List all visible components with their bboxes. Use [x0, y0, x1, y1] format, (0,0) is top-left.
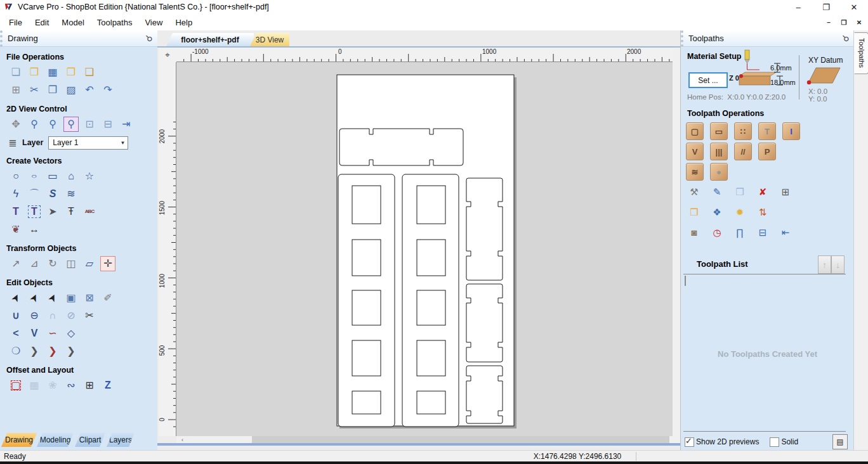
dome-carve-icon[interactable]: ● [710, 163, 728, 181]
fit-polyline-icon[interactable]: V [27, 326, 42, 341]
vcarve-toolpath-icon[interactable]: V [686, 143, 704, 160]
rail-piece-vector[interactable] [339, 129, 463, 165]
export-vectors-icon[interactable]: ❑ [82, 65, 97, 80]
text-spacing-icon[interactable]: Ŧ [63, 204, 79, 219]
select-cursor-icon[interactable]: ➤ [6, 288, 26, 308]
text-on-arc-icon[interactable]: ABC [82, 204, 97, 219]
close-button[interactable]: ✕ [840, 0, 868, 14]
profile-toolpath-icon[interactable]: ▢ [686, 122, 704, 140]
draw-freehand-icon[interactable]: ≋ [63, 186, 79, 202]
doc-tab-drawing[interactable]: floor+shelf+-pdf [166, 33, 254, 46]
horizontal-scrollbar[interactable]: ‹ [176, 436, 673, 443]
menu-item-help[interactable]: Help [169, 15, 199, 30]
redo-icon[interactable]: ↷ [100, 82, 115, 98]
align-objects-icon[interactable]: ✛ [100, 256, 115, 271]
prism-carve-icon[interactable]: P [758, 143, 776, 160]
horizontal-scrollbar-thumb[interactable] [252, 436, 669, 443]
copy-icon[interactable]: ❐ [45, 82, 60, 98]
tab-modeling[interactable]: Modeling [37, 433, 74, 447]
panel-cutout-vector[interactable] [352, 186, 381, 224]
vertical-ruler[interactable]: 2000150010005000 [159, 62, 176, 436]
new-file-icon[interactable]: ❏ [8, 65, 23, 80]
toolpaths-side-tab[interactable]: Toolpaths [854, 32, 868, 74]
tab-clipart[interactable]: Clipart [75, 433, 105, 447]
edit-gcode-icon[interactable]: ✎ [709, 183, 725, 200]
show-2d-previews-checkbox[interactable] [685, 437, 694, 447]
fit-arc-icon[interactable]: < [8, 326, 23, 341]
draw-circle-icon[interactable]: ○ [8, 169, 23, 184]
doc-tab-3d-view[interactable]: 3D View [250, 33, 289, 46]
subtract-vectors-icon[interactable]: ⊖ [27, 308, 42, 323]
vector-cut-icon[interactable]: ✂ [82, 308, 97, 323]
toolpath-folder-icon[interactable]: ❒ [686, 203, 702, 220]
toolpath-move-down-button[interactable]: ↓ [831, 255, 845, 274]
node-edit-cursor-icon[interactable]: ➤ [24, 288, 44, 308]
merge-toolpaths-icon[interactable]: ⇅ [754, 203, 771, 220]
panel-cutout-vector[interactable] [417, 391, 445, 414]
menu-item-edit[interactable]: Edit [29, 15, 55, 30]
panel-cutout-vector[interactable] [352, 290, 381, 325]
toolpath-drawing-icon[interactable]: ∏ [732, 224, 748, 240]
mirror-icon[interactable]: ◫ [63, 256, 79, 271]
menu-item-model[interactable]: Model [55, 15, 90, 30]
save-file-icon[interactable]: ▦ [45, 65, 60, 80]
intersect-vectors-icon[interactable]: ∩ [45, 308, 60, 323]
text-select-icon[interactable]: ➤ [45, 204, 60, 219]
offset-vectors-icon[interactable]: ▢ [8, 378, 23, 393]
toolpaths-pin-icon[interactable]: ⚲ [841, 33, 852, 44]
trace-bitmap-icon[interactable]: ❦ [8, 222, 23, 237]
scroll-left-arrow-icon[interactable]: ‹ [178, 436, 187, 443]
zoom-interactive-icon[interactable]: ⚲ [27, 117, 42, 132]
nesting-icon[interactable]: Z [100, 378, 115, 393]
estimate-time-icon[interactable]: ◷ [709, 224, 725, 240]
join-vectors-move-icon[interactable]: ❯ [45, 344, 60, 359]
draw-polygon-icon[interactable]: ⌂ [63, 169, 79, 184]
zoom-scale-icon[interactable]: ⊟ [100, 117, 115, 132]
menu-item-toolpaths[interactable]: Toolpaths [91, 15, 139, 30]
draw-textbox-icon[interactable]: T [27, 204, 42, 219]
delete-gcode-icon[interactable]: ✘ [754, 183, 771, 200]
drawing-canvas[interactable] [176, 62, 673, 436]
load-toolpath-template-icon[interactable]: ✹ [732, 203, 748, 220]
join-vectors-line-icon[interactable]: ❯ [27, 344, 42, 359]
panel-cutout-vector[interactable] [417, 240, 445, 276]
quick-engrave-icon[interactable]: T [758, 122, 776, 140]
draw-polyline-icon[interactable]: ϟ [8, 186, 23, 202]
measure-icon[interactable]: ✐ [100, 290, 115, 306]
solid-checkbox[interactable] [770, 437, 779, 447]
ungroup-objects-icon[interactable]: ⊠ [82, 290, 97, 306]
zoom-extents-icon[interactable]: ⚲ [63, 117, 79, 132]
draw-curve-icon[interactable]: S [45, 186, 60, 202]
restore-button[interactable]: ❐ [812, 0, 840, 14]
pin-icon[interactable]: ⚲ [144, 33, 155, 44]
divider-piece-vector-1[interactable] [466, 178, 503, 280]
dimension-icon[interactable]: ↔ [27, 222, 42, 237]
preview-mode-button[interactable]: ▤ [832, 434, 848, 449]
fluting-toolpath-icon[interactable]: ||| [710, 143, 728, 160]
paste-icon[interactable]: ▨ [63, 82, 79, 98]
set-size-icon[interactable]: ⊿ [27, 256, 42, 271]
array-copy-icon[interactable]: ▦ [27, 378, 42, 393]
horizontal-ruler[interactable]: -1000010002000 [176, 48, 673, 62]
import-vectors-icon[interactable]: ❐ [63, 65, 79, 80]
zoom-box-icon[interactable]: ⚲ [45, 117, 60, 132]
preview-toolpaths-icon[interactable]: ◙ [686, 224, 702, 240]
panel-cutout-vector[interactable] [352, 391, 381, 414]
dock-panel-icon[interactable]: ⇤ [777, 224, 794, 240]
texture-toolpath-icon[interactable]: // [734, 143, 752, 160]
panel-cutout-vector[interactable] [352, 340, 381, 376]
job-setup-icon[interactable]: ⊞ [8, 82, 23, 98]
draw-star-icon[interactable]: ☆ [82, 169, 97, 184]
cut-icon[interactable]: ✂ [27, 82, 42, 98]
slice-vectors-icon[interactable]: ⊘ [63, 308, 79, 323]
fit-curve-icon[interactable]: ∽ [45, 326, 60, 341]
save-gcode-icon[interactable]: ⊟ [754, 224, 771, 240]
drilling-toolpath-icon[interactable]: ∷ [734, 122, 752, 140]
mdi-minimize-button[interactable]: – [824, 17, 834, 27]
layer-select[interactable]: Layer 1▼ [48, 136, 128, 150]
close-vector-icon[interactable]: ◇ [63, 326, 79, 341]
weld-vectors-icon[interactable]: ∪ [8, 308, 23, 323]
divider-piece-vector-2[interactable] [466, 284, 503, 362]
divider-piece-vector-3[interactable] [466, 366, 503, 423]
duplicate-gcode-icon[interactable]: ❐ [732, 183, 748, 200]
